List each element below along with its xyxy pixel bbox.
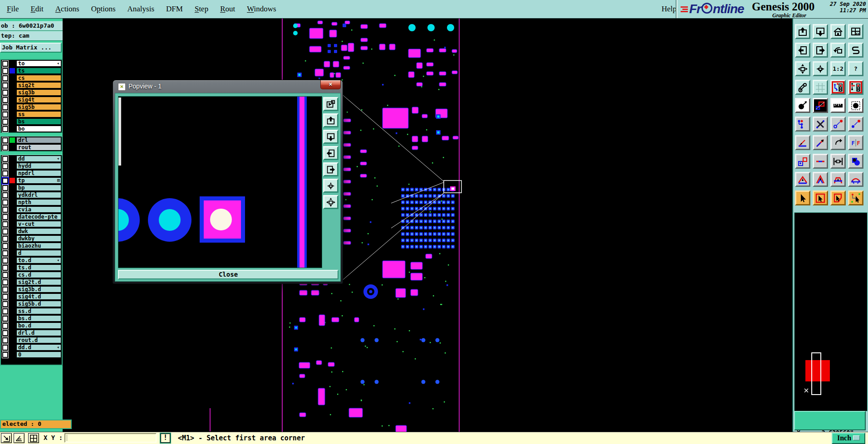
layer-checkbox[interactable]	[2, 316, 8, 322]
layer-name-chip[interactable]: sig4t.d	[16, 293, 61, 300]
layer-name-chip[interactable]: ts.d	[16, 264, 61, 271]
layer-row-cs[interactable]: cs	[1, 74, 62, 82]
menu-file[interactable]: File	[1, 5, 25, 14]
layer-row-npdrl[interactable]: npdrl	[1, 170, 62, 177]
layer-row-d[interactable]: d	[1, 249, 62, 257]
layer-color-swatch[interactable]	[10, 97, 15, 102]
layer-name-chip[interactable]: rout.d	[16, 337, 61, 343]
layer-color-swatch[interactable]	[10, 156, 15, 161]
layer-row-sig5b.d[interactable]: sig5b.d	[1, 300, 62, 307]
layer-name-chip[interactable]: drl.d	[16, 330, 61, 336]
layer-name-chip[interactable]: sig5b.d	[16, 301, 61, 307]
layer-checkbox[interactable]	[2, 75, 8, 81]
layer-checkbox[interactable]	[2, 207, 8, 213]
layer-row-v-cut[interactable]: v-cut	[1, 220, 62, 228]
layer-color-swatch[interactable]	[10, 112, 15, 117]
layer-color-swatch[interactable]	[10, 229, 15, 234]
layer-checkbox[interactable]	[2, 294, 8, 300]
layer-row-sig3b.d[interactable]: sig3b.d	[1, 286, 62, 293]
layer-name-chip[interactable]: sig5b	[16, 104, 61, 110]
layer-row-datecode-pte[interactable]: datecode-pte	[1, 213, 62, 220]
layer-row-0[interactable]: 0	[1, 351, 62, 358]
popview-pan-down-button[interactable]	[323, 130, 338, 144]
layer-row-sig2t[interactable]: sig2t	[1, 82, 62, 89]
menu-edit[interactable]: Edit	[25, 5, 49, 14]
layer-row-dwk[interactable]: dwk	[1, 228, 62, 235]
mirror-feature-button[interactable]: FF	[848, 135, 863, 150]
menu-rout[interactable]: Rout	[214, 5, 241, 14]
measure-ruler-button[interactable]	[830, 98, 846, 113]
layer-name-chip[interactable]: sig2t	[16, 82, 61, 88]
layer-color-swatch[interactable]	[10, 301, 15, 307]
popview-pan-up-button[interactable]	[323, 113, 338, 127]
layer-name-chip[interactable]: to.d➤	[16, 257, 61, 263]
layer-checkbox[interactable]	[2, 272, 8, 278]
measure-distance-button[interactable]	[830, 154, 846, 169]
layer-name-chip[interactable]: npth	[16, 199, 61, 205]
job-matrix-button[interactable]: Job Matrix ...	[0, 43, 62, 53]
copy-feature-button[interactable]	[830, 117, 846, 132]
layer-row-ydkdrl[interactable]: ydkdrl	[1, 191, 62, 199]
layer-checkbox[interactable]	[2, 68, 8, 74]
layer-color-swatch[interactable]	[10, 272, 15, 278]
layer-color-swatch[interactable]	[10, 61, 15, 66]
layer-row-biaozhu[interactable]: biaozhu	[1, 242, 62, 249]
layer-name-chip[interactable]: ss	[16, 111, 61, 117]
layer-name-chip[interactable]: bo.d	[16, 322, 61, 329]
layer-name-chip[interactable]: biaozhu	[16, 243, 61, 249]
layer-color-swatch[interactable]	[10, 200, 15, 205]
layer-color-swatch[interactable]	[10, 119, 15, 124]
layer-name-chip[interactable]: sig4t	[16, 97, 61, 103]
layer-color-swatch[interactable]	[10, 287, 15, 292]
layer-name-chip[interactable]: ts	[16, 68, 61, 74]
surface-tool-button[interactable]	[848, 154, 863, 169]
layer-row-cvia[interactable]: cvia	[1, 206, 62, 213]
menu-windows[interactable]: Windows	[241, 5, 282, 14]
measure-point-button[interactable]	[795, 98, 810, 113]
delete-feature-button[interactable]	[813, 117, 828, 132]
zoom-in-area-button[interactable]	[813, 61, 828, 76]
layer-name-chip[interactable]: sig3b.d	[16, 286, 61, 293]
net-panel-1-button[interactable]	[830, 80, 846, 95]
layer-name-chip[interactable]: to➤	[16, 60, 61, 67]
layer-checkbox[interactable]	[2, 137, 8, 143]
arc-tool-1-button[interactable]	[795, 172, 810, 187]
layer-color-swatch[interactable]	[10, 279, 15, 285]
layer-name-chip[interactable]: dwk	[16, 228, 61, 234]
arc-tool-4-button[interactable]	[848, 172, 863, 187]
layer-name-chip[interactable]: bp	[16, 185, 61, 191]
layer-row-dwkby[interactable]: dwkby	[1, 235, 62, 242]
zoom-ratio-button[interactable]: 1:2	[830, 61, 846, 76]
layer-color-swatch[interactable]	[10, 337, 15, 343]
layer-color-swatch[interactable]	[10, 192, 15, 198]
select-touching-button[interactable]	[830, 190, 846, 205]
layer-row-cs.d[interactable]: cs.d	[1, 271, 62, 278]
popview-canvas[interactable]	[118, 96, 322, 268]
layer-name-chip[interactable]: bs	[16, 118, 61, 125]
layer-row-hydd[interactable]: hydd	[1, 162, 62, 170]
layer-color-swatch[interactable]	[10, 126, 15, 132]
layer-color-swatch[interactable]	[10, 316, 15, 321]
select-single-button[interactable]	[795, 190, 810, 205]
layer-checkbox[interactable]	[2, 265, 8, 271]
layer-color-swatch[interactable]	[10, 145, 15, 150]
select-inside-button[interactable]	[813, 190, 828, 205]
measure-angle-button[interactable]	[795, 135, 810, 150]
layer-row-drl[interactable]: drl	[1, 137, 62, 144]
layer-name-chip[interactable]: 0	[16, 351, 61, 358]
popview-zoom-in-area-button[interactable]	[323, 179, 338, 193]
layer-compare-button[interactable]	[813, 98, 828, 113]
layer-checkbox[interactable]	[2, 301, 8, 307]
popview-pan-right-button[interactable]	[323, 162, 338, 176]
layer-checkbox[interactable]	[2, 352, 8, 358]
layer-checkbox[interactable]	[2, 330, 8, 336]
menu-step[interactable]: Step	[189, 5, 214, 14]
layer-color-swatch[interactable]	[10, 185, 15, 190]
layer-checkbox[interactable]	[2, 145, 8, 151]
snap-corner-button[interactable]	[1, 433, 12, 443]
layer-color-swatch[interactable]	[10, 243, 15, 249]
layer-row-dd[interactable]: dd➤	[1, 155, 62, 162]
layer-row-sig4t.d[interactable]: sig4t.d	[1, 293, 62, 300]
quad-view-button[interactable]	[28, 433, 39, 443]
layer-name-chip[interactable]: sig3b	[16, 89, 61, 96]
